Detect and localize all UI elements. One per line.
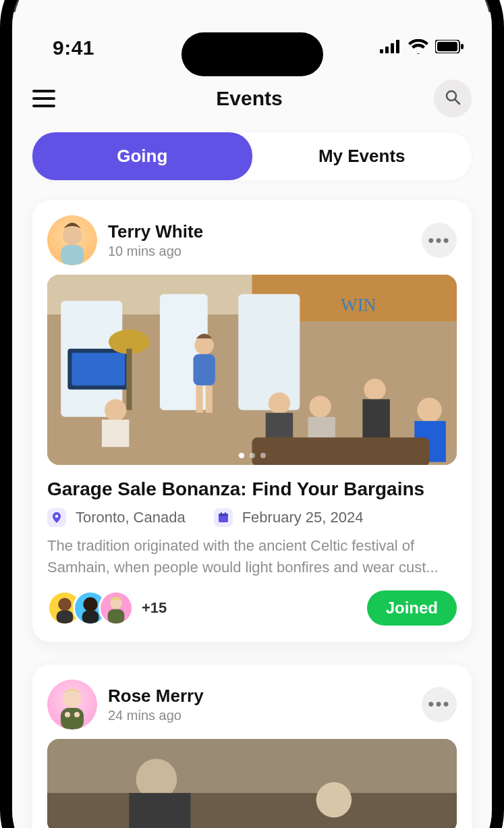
svg-point-51 — [74, 712, 80, 717]
phone-frame: 9:41 Events — [0, 0, 504, 828]
event-image[interactable]: WIN — [47, 275, 457, 465]
event-location: Toronto, Canada — [76, 509, 186, 526]
event-card[interactable]: Terry White 10 mins ago ••• — [32, 200, 472, 642]
more-button[interactable]: ••• — [422, 687, 457, 722]
svg-rect-39 — [219, 514, 228, 516]
wifi-icon — [408, 39, 428, 57]
svg-rect-53 — [47, 793, 457, 828]
menu-icon[interactable] — [32, 82, 65, 115]
svg-rect-45 — [82, 610, 99, 623]
svg-rect-18 — [72, 353, 125, 386]
svg-rect-5 — [437, 42, 457, 51]
carousel-dots[interactable] — [239, 453, 266, 458]
feed[interactable]: Terry White 10 mins ago ••• — [12, 180, 492, 828]
svg-rect-1 — [385, 47, 389, 53]
svg-text:WIN: WIN — [341, 296, 376, 315]
svg-rect-22 — [193, 354, 215, 386]
svg-rect-41 — [225, 512, 226, 515]
poster-info: Rose Merry 24 mins ago — [108, 686, 204, 723]
more-icon: ••• — [428, 230, 450, 251]
svg-rect-23 — [196, 385, 203, 412]
svg-rect-47 — [108, 609, 125, 624]
svg-point-31 — [364, 379, 385, 400]
svg-rect-49 — [61, 708, 84, 729]
status-indicators — [380, 39, 464, 57]
page-title: Events — [216, 87, 282, 110]
svg-point-37 — [55, 515, 58, 518]
svg-rect-32 — [362, 399, 389, 441]
notch — [181, 32, 323, 76]
calendar-icon — [214, 508, 233, 527]
svg-point-21 — [195, 335, 214, 354]
tabs: Going My Events — [32, 132, 472, 180]
poster-info: Terry White 10 mins ago — [108, 221, 203, 259]
event-meta: Toronto, Canada February 25, 2024 — [47, 508, 457, 527]
poster-time: 24 mins ago — [108, 708, 204, 723]
post-header: Rose Merry 24 mins ago ••• — [47, 680, 457, 729]
status-time: 9:41 — [53, 36, 94, 59]
svg-rect-35 — [252, 437, 430, 465]
svg-point-42 — [58, 598, 71, 611]
svg-point-7 — [447, 91, 456, 101]
event-description: The tradition originated with the ancien… — [47, 535, 457, 578]
more-button[interactable]: ••• — [422, 223, 457, 258]
svg-line-8 — [455, 100, 459, 104]
poster-time: 10 mins ago — [108, 244, 203, 259]
svg-rect-43 — [57, 610, 74, 623]
poster-name: Terry White — [108, 221, 203, 242]
more-icon: ••• — [428, 694, 450, 715]
post-header: Terry White 10 mins ago ••• — [47, 215, 457, 265]
search-button[interactable] — [434, 80, 472, 117]
svg-rect-3 — [396, 40, 399, 53]
cellular-icon — [380, 40, 401, 56]
attendee-avatar — [99, 590, 134, 626]
svg-point-9 — [63, 226, 82, 245]
svg-rect-24 — [206, 385, 213, 412]
svg-rect-40 — [221, 512, 222, 515]
poster-name: Rose Merry — [108, 686, 204, 707]
joined-button[interactable]: Joined — [367, 590, 457, 626]
avatar[interactable] — [47, 680, 97, 729]
battery-icon — [435, 40, 464, 56]
svg-rect-26 — [102, 420, 129, 447]
location-icon — [47, 508, 66, 527]
svg-rect-0 — [380, 49, 383, 53]
svg-rect-10 — [61, 245, 84, 265]
svg-rect-16 — [238, 294, 300, 410]
svg-point-29 — [309, 395, 331, 417]
extra-attendees: +15 — [142, 599, 167, 617]
svg-rect-6 — [461, 44, 464, 49]
svg-point-27 — [269, 392, 290, 414]
svg-rect-20 — [126, 349, 132, 410]
card-footer: +15 Joined — [47, 590, 457, 626]
attendee-pile[interactable] — [47, 590, 134, 626]
event-image[interactable] — [47, 739, 457, 828]
avatar[interactable] — [47, 215, 97, 265]
app-screen: 9:41 Events — [12, 12, 492, 828]
svg-point-56 — [316, 782, 352, 818]
svg-rect-55 — [129, 793, 190, 828]
event-title: Garage Sale Bonanza: Find Your Bargains — [47, 478, 457, 500]
svg-point-33 — [417, 397, 441, 422]
tab-going[interactable]: Going — [32, 132, 252, 180]
svg-point-50 — [65, 712, 70, 717]
svg-point-44 — [83, 597, 97, 611]
event-date: February 25, 2024 — [242, 509, 364, 526]
svg-point-25 — [105, 399, 126, 421]
event-card[interactable]: Rose Merry 24 mins ago ••• — [32, 665, 472, 828]
search-icon — [445, 89, 461, 108]
svg-rect-2 — [391, 43, 394, 53]
tab-my-events[interactable]: My Events — [252, 132, 472, 180]
